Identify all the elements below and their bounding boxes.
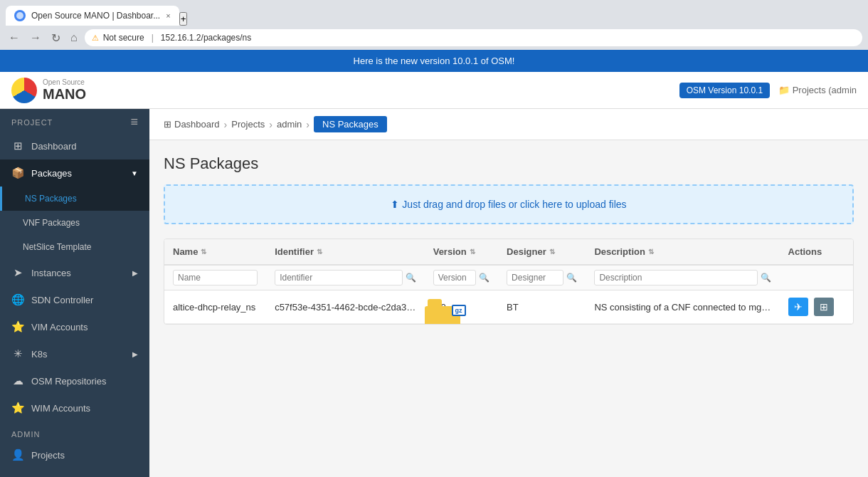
sort-version-icon: ⇅ (470, 248, 475, 256)
filter-id-input[interactable] (275, 270, 403, 285)
project-section-label: PROJECT (11, 118, 53, 127)
reload-button[interactable]: ↻ (48, 30, 63, 46)
action-deploy-button[interactable]: ✈ (788, 298, 808, 316)
sidebar-item-projects[interactable]: 👤 Projects (0, 441, 149, 468)
sidebar-item-packages[interactable]: 📦 Packages ▼ (0, 159, 149, 187)
app-header: Open Source MANO OSM Version 10.0.1 📁 Pr… (0, 72, 868, 109)
filter-version-search-icon: 🔍 (479, 273, 489, 283)
svg-point-0 (16, 12, 23, 19)
app: Here is the new version 10.0.1 of OSM! O… (0, 50, 868, 477)
dashboard-icon: ⊞ (11, 140, 24, 152)
col-header-name[interactable]: Name ⇅ (164, 239, 266, 264)
sidebar-item-label: OSM Repositories (31, 376, 106, 387)
col-header-actions: Actions (780, 239, 853, 264)
top-banner: Here is the new version 10.0.1 of OSM! (0, 50, 868, 72)
app-body: PROJECT ≡ ⊞ Dashboard 📦 Packages ▼ NS Pa… (0, 109, 868, 477)
upload-icon: ⬆ (391, 199, 402, 210)
breadcrumb-dashboard[interactable]: ⊞ Dashboard (164, 119, 220, 130)
sort-id-icon: ⇅ (317, 248, 322, 256)
filter-description: 🔍 (586, 266, 779, 290)
ns-packages-label: NS Packages (25, 194, 77, 204)
breadcrumb-dashboard-label: Dashboard (174, 119, 220, 130)
sidebar-item-instances[interactable]: ➤ Instances ▶ (0, 259, 149, 286)
admin-section-label: ADMIN (0, 421, 149, 441)
browser-tab-active[interactable]: Open Source MANO | Dashboar... × (6, 6, 179, 26)
col-designer-label: Designer (507, 246, 546, 257)
filter-version: 🔍 (425, 266, 498, 290)
packages-icon: 📦 (11, 167, 24, 179)
breadcrumb-sep-2: › (269, 119, 272, 130)
instances-chevron-icon: ▶ (132, 269, 138, 277)
sdn-icon: 🌐 (11, 293, 24, 306)
logo-icon (11, 78, 37, 103)
filter-designer: 🔍 (498, 266, 586, 290)
breadcrumb-admin[interactable]: admin (277, 119, 302, 130)
folder-tab (428, 299, 442, 306)
home-button[interactable]: ⌂ (68, 30, 80, 46)
filter-version-input[interactable] (433, 270, 476, 285)
cell-actions: ✈ ⊞ (780, 290, 853, 323)
filter-desc-input[interactable] (594, 270, 757, 285)
upload-zone[interactable]: ⬆ Just drag and drop files or click here… (164, 184, 854, 224)
sidebar-item-label: WIM Accounts (31, 403, 90, 414)
cell-identifier: c57f53e-4351-4462-bcde-c2da35d8887b (266, 295, 425, 320)
address-separator: | (152, 33, 154, 43)
filter-identifier: 🔍 (266, 266, 425, 290)
filter-name-input[interactable] (173, 270, 258, 285)
sidebar-header: PROJECT ≡ (0, 109, 149, 132)
sidebar-item-label: Dashboard (31, 141, 77, 152)
tab-close-button[interactable]: × (166, 11, 170, 20)
sidebar-item-dashboard[interactable]: ⊞ Dashboard (0, 132, 149, 159)
logo-text-area: Open Source MANO (43, 78, 86, 103)
breadcrumb-projects-label: Projects (231, 119, 265, 130)
sidebar-item-ns-packages[interactable]: NS Packages (0, 187, 149, 211)
sidebar-item-netslice-template[interactable]: NetSlice Template (0, 235, 149, 259)
filter-id-search-icon: 🔍 (406, 273, 416, 283)
vim-icon: ⭐ (11, 320, 24, 333)
projects-label[interactable]: 📁 Projects (admin (778, 85, 857, 95)
col-id-label: Identifier (275, 246, 314, 257)
sidebar-item-sdn-controller[interactable]: 🌐 SDN Controller (0, 286, 149, 313)
col-version-label: Version (433, 246, 467, 257)
filter-actions-empty (780, 266, 853, 290)
filter-designer-search-icon: 🔍 (566, 273, 577, 283)
gz-badge: gz (452, 305, 466, 316)
breadcrumb: ⊞ Dashboard › Projects › admin › NS Pack… (149, 109, 868, 140)
sidebar-item-label: Instances (31, 268, 71, 278)
projects-admin-icon: 👤 (11, 449, 24, 461)
folder-icon-wrap: gz (425, 299, 463, 325)
sidebar-collapse-button[interactable]: ≡ (130, 115, 138, 130)
sidebar-item-osm-repos[interactable]: ☁ OSM Repositories (0, 367, 149, 394)
breadcrumb-projects[interactable]: Projects (231, 119, 265, 130)
sidebar-item-label: Projects (31, 450, 65, 461)
breadcrumb-admin-label: admin (277, 119, 302, 130)
col-desc-label: Description (594, 246, 645, 257)
col-header-version[interactable]: Version ⇅ (425, 239, 498, 264)
address-input[interactable]: ⚠ Not secure | 152.16.1.2/packages/ns (85, 29, 862, 46)
action-topology-button[interactable]: ⊞ (814, 298, 834, 316)
back-button[interactable]: ← (6, 30, 23, 46)
sidebar-item-vim-accounts[interactable]: ⭐ VIM Accounts (0, 313, 149, 340)
table-filter-row: 🔍 🔍 🔍 🔍 (164, 266, 853, 290)
sidebar-item-vnf-packages[interactable]: VNF Packages (0, 211, 149, 235)
tab-favicon (14, 10, 26, 21)
folder-visual: gz (425, 299, 463, 325)
sidebar-item-wim-accounts[interactable]: ⭐ WIM Accounts (0, 394, 149, 421)
wim-icon: ⭐ (11, 402, 24, 414)
new-tab-button[interactable]: + (179, 12, 188, 26)
col-header-designer[interactable]: Designer ⇅ (498, 239, 586, 264)
filter-designer-input[interactable] (507, 270, 563, 285)
col-header-description[interactable]: Description ⇅ (586, 239, 779, 264)
address-text: 152.16.1.2/packages/ns (161, 33, 251, 43)
col-header-identifier[interactable]: Identifier ⇅ (266, 239, 425, 264)
sidebar-item-k8s[interactable]: ✳ K8s ▶ (0, 340, 149, 367)
breadcrumb-sep-3: › (306, 119, 309, 130)
browser-tabs: Open Source MANO | Dashboar... × + (0, 0, 868, 26)
logo-main: MANO (43, 86, 86, 103)
k8s-chevron-icon: ▶ (132, 350, 138, 358)
address-bar: ← → ↻ ⌂ ⚠ Not secure | 152.16.1.2/packag… (0, 26, 868, 50)
upload-text: Just drag and drop files or click here t… (402, 199, 626, 210)
table-row: altice-dhcp-relay_ns c57f53e-4351-4462-b… (164, 290, 853, 324)
forward-button[interactable]: → (27, 30, 44, 46)
vnf-packages-label: VNF Packages (23, 218, 80, 228)
